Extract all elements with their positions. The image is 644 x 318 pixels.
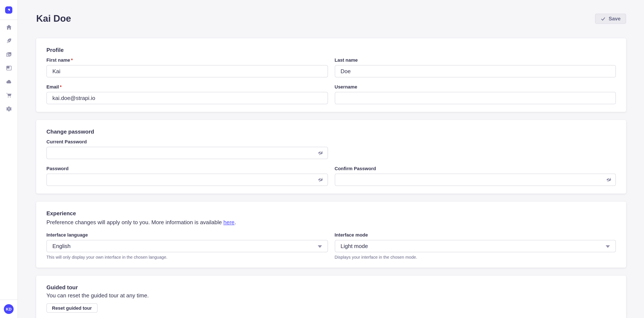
confirm-password-label-text: Confirm Password — [334, 165, 376, 172]
new-password-label-text: Password — [46, 165, 68, 172]
content-type-builder-icon — [6, 65, 12, 71]
new-password-label: Password — [46, 165, 328, 172]
required-asterisk: * — [71, 57, 73, 63]
toggle-confirm-password-visibility-button[interactable] — [605, 176, 612, 183]
new-password-field: Password — [46, 165, 328, 186]
interface-language-select[interactable]: English — [46, 240, 328, 252]
sidebar-item-content-type-builder[interactable] — [3, 63, 14, 74]
guided-tour-card: Guided tour You can reset the guided tou… — [36, 276, 626, 318]
profile-card: Profile First name* Last name Email — [36, 38, 626, 112]
toggle-new-password-visibility-button[interactable] — [317, 176, 324, 183]
first-name-label: First name* — [46, 57, 328, 63]
more-information-link[interactable]: here — [224, 219, 234, 225]
guided-tour-description: You can reset the guided tour at any tim… — [46, 292, 616, 299]
sidebar-item-settings[interactable] — [3, 103, 14, 114]
experience-subtitle-period: . — [234, 219, 236, 225]
required-asterisk: * — [60, 84, 62, 90]
email-label: Email* — [46, 84, 328, 90]
interface-mode-value: Light mode — [340, 243, 368, 249]
settings-icon — [6, 106, 12, 112]
interface-language-field: Interface language English This will onl… — [46, 232, 328, 260]
experience-title: Experience — [46, 210, 616, 217]
eye-off-icon — [318, 150, 323, 156]
user-avatar[interactable]: KD — [4, 304, 14, 314]
current-password-label-text: Current Password — [46, 139, 87, 145]
marketplace-icon — [6, 92, 12, 98]
interface-language-label-text: Interface language — [46, 232, 88, 238]
sidebar-nav — [3, 20, 14, 300]
save-button[interactable]: Save — [595, 13, 626, 24]
profile-card-title: Profile — [46, 47, 616, 54]
check-icon — [600, 16, 606, 21]
last-name-label-text: Last name — [334, 57, 358, 63]
interface-language-value: English — [52, 243, 70, 249]
sidebar-item-marketplace[interactable] — [3, 90, 14, 101]
profile-fields-grid: First name* Last name Email* — [46, 57, 616, 104]
interface-mode-field: Interface mode Light mode Displays your … — [334, 232, 616, 260]
home-icon — [6, 24, 12, 30]
logo-container — [0, 0, 18, 20]
sidebar-item-home[interactable] — [3, 22, 14, 33]
sidebar-item-cloud[interactable] — [3, 76, 14, 87]
guided-tour-title: Guided tour — [46, 284, 616, 291]
current-password-field: Current Password — [46, 139, 328, 159]
change-password-title: Change password — [46, 129, 616, 135]
username-input[interactable] — [334, 92, 616, 104]
eye-off-icon — [606, 177, 612, 182]
chevron-down-icon — [606, 245, 610, 248]
main-content: Kai Doe Save Profile First name* — [18, 0, 644, 318]
first-name-input[interactable] — [46, 65, 328, 77]
first-name-label-text: First name — [46, 57, 70, 63]
interface-language-hint: This will only display your own interfac… — [46, 254, 328, 260]
sidebar-item-content-manager[interactable] — [3, 35, 14, 46]
email-field: Email* — [46, 84, 328, 104]
interface-mode-label-text: Interface mode — [334, 232, 368, 238]
sidebar: KD — [0, 0, 18, 318]
interface-language-label: Interface language — [46, 232, 328, 238]
sidebar-item-media-library[interactable] — [3, 49, 14, 60]
new-password-input[interactable] — [46, 173, 328, 186]
strapi-logo[interactable] — [5, 6, 12, 13]
email-label-text: Email — [46, 84, 59, 90]
last-name-label: Last name — [334, 57, 616, 63]
last-name-field: Last name — [334, 57, 616, 77]
password-fields-grid: Current Password — [46, 139, 616, 186]
save-button-label: Save — [609, 15, 620, 21]
content-manager-icon — [6, 38, 12, 44]
strapi-logo-icon — [6, 8, 11, 12]
change-password-card: Change password Current Password — [36, 120, 626, 193]
page-title: Kai Doe — [36, 13, 71, 24]
media-library-icon — [6, 51, 12, 57]
eye-off-icon — [318, 177, 323, 182]
email-input[interactable] — [46, 92, 328, 104]
confirm-password-input[interactable] — [334, 173, 616, 186]
current-password-label: Current Password — [46, 139, 328, 145]
experience-fields-grid: Interface language English This will onl… — [46, 232, 616, 260]
toggle-current-password-visibility-button[interactable] — [317, 150, 324, 156]
cloud-icon — [6, 79, 12, 85]
interface-mode-label: Interface mode — [334, 232, 616, 238]
sidebar-footer: KD — [0, 300, 18, 318]
current-password-input[interactable] — [46, 147, 328, 159]
username-label: Username — [334, 84, 616, 90]
first-name-field: First name* — [46, 57, 328, 77]
last-name-input[interactable] — [334, 65, 616, 77]
confirm-password-field: Confirm Password — [334, 165, 616, 186]
interface-mode-select[interactable]: Light mode — [334, 240, 616, 252]
app-root: KD Kai Doe Save Profile First name* — [0, 0, 644, 318]
interface-mode-hint: Displays your interface in the chosen mo… — [334, 254, 616, 260]
username-field: Username — [334, 84, 616, 104]
experience-subtitle-text: Preference changes will apply only to yo… — [46, 219, 224, 225]
chevron-down-icon — [318, 245, 322, 248]
confirm-password-label: Confirm Password — [334, 165, 616, 172]
grid-spacer — [334, 139, 616, 159]
username-label-text: Username — [334, 84, 357, 90]
experience-subtitle: Preference changes will apply only to yo… — [46, 219, 616, 226]
reset-guided-tour-button[interactable]: Reset guided tour — [46, 303, 97, 313]
experience-card: Experience Preference changes will apply… — [36, 202, 626, 268]
page-header: Kai Doe Save — [36, 0, 626, 24]
